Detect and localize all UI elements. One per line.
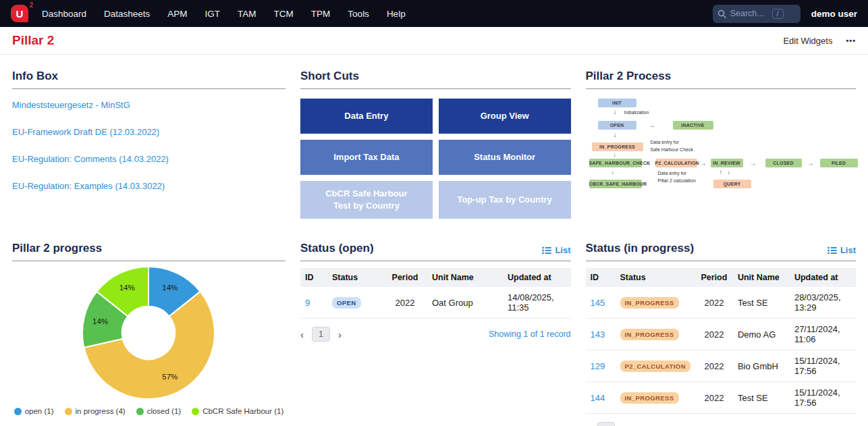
status-open-table: IDStatusPeriodUnit NameUpdated at9OPEN20… [300, 268, 571, 319]
legend-color-dot [136, 408, 144, 415]
process-widget: Pillar 2 Process INIT Initialization OPE… [586, 63, 857, 219]
search-icon [717, 9, 726, 18]
arrow-right-icon [700, 160, 707, 167]
column-header: Updated at [503, 268, 571, 287]
status-in-progress-list-link[interactable]: List [828, 245, 856, 255]
legend-item[interactable]: closed (1) [136, 407, 182, 415]
nav-item-tpm[interactable]: TPM [311, 9, 331, 19]
shortcut-import-tax-data-button[interactable]: Import Tax Data [300, 140, 433, 175]
table-row: 144IN_PROGRESS2022Test SE15/11/2024, 17:… [586, 382, 857, 414]
nav-item-tools[interactable]: Tools [348, 9, 369, 19]
arrow-down-icon [614, 132, 617, 138]
status-badge: OPEN [332, 297, 361, 309]
legend-item[interactable]: open (1) [14, 407, 54, 415]
process-node-p2-calculation: P2_CALCULATION [655, 159, 697, 167]
info-link[interactable]: EU-Regulation: Comments (14.03.2022) [12, 154, 286, 164]
column-header: Period [383, 268, 427, 287]
status-in-progress-pagination: ‹ 1 › Showing 4 of 4 records [586, 422, 857, 426]
page-number-button[interactable]: 1 [312, 327, 330, 342]
legend-label: open (1) [25, 407, 54, 415]
next-page-button[interactable]: › [338, 329, 342, 340]
info-link[interactable]: Mindeststeuergesetz - MinStG [12, 100, 286, 110]
process-diagram: INIT Initialization OPEN INACTIVE IN_PRO… [586, 95, 857, 203]
nav-item-tcm[interactable]: TCM [274, 9, 294, 19]
shortcut-status-monitor-button[interactable]: Status Monitor [439, 140, 571, 175]
nav-item-help[interactable]: Help [387, 9, 406, 19]
page-title: Pillar 2 [12, 33, 54, 48]
record-count-label: Showing 1 of 1 record [489, 329, 571, 339]
legend-label: CbCR Safe Harbour (1) [202, 407, 283, 415]
process-node-inactive: INACTIVE [673, 121, 713, 130]
nav-item-datasheets[interactable]: Datasheets [104, 9, 150, 19]
nav-item-igt[interactable]: IGT [205, 9, 221, 19]
column-header: Status [327, 268, 383, 287]
table-row: 129P2_CALCULATION2022Bio GmbH15/11/2024,… [586, 350, 857, 382]
process-node-cbcr-safe-harbour: CBCR_SAFE_HARBOUR [589, 180, 642, 188]
app-logo[interactable]: U 2 [11, 5, 28, 22]
prev-page-button[interactable]: ‹ [300, 329, 304, 340]
arrow-up-icon [720, 169, 723, 176]
legend-item[interactable]: CbCR Safe Harbour (1) [192, 407, 283, 415]
legend-label: in progress (4) [76, 407, 126, 415]
status-badge: IN_PROGRESS [620, 297, 679, 309]
legend-color-dot [14, 408, 22, 415]
arrow-right-icon [649, 122, 655, 129]
table-row: 145IN_PROGRESS2022Test SE28/03/2025, 13:… [586, 287, 857, 319]
search-input[interactable] [730, 9, 768, 18]
process-note-initialization: Initialization [624, 109, 649, 117]
record-id-link[interactable]: 145 [591, 298, 605, 308]
more-options-button[interactable]: ••• [846, 36, 856, 45]
info-links: Mindeststeuergesetz - MinStG EU-Framewor… [12, 89, 286, 191]
status-in-progress-title: Status (in progress) [586, 242, 695, 255]
list-icon [828, 246, 837, 255]
status-open-pagination: ‹ 1 › Showing 1 of 1 record [300, 327, 571, 342]
user-menu[interactable]: demo user [811, 9, 857, 19]
info-link[interactable]: EU-Regulation: Examples (14.03.3022) [12, 181, 286, 191]
arrow-right-icon [750, 160, 757, 167]
arrow-down-icon [614, 109, 617, 115]
search-box[interactable]: / [713, 5, 801, 23]
record-id-link[interactable]: 129 [591, 361, 605, 371]
nav-item-dashboard[interactable]: Dashboard [42, 9, 86, 19]
logo-letter: U [16, 8, 24, 20]
shortcut-data-entry-button[interactable]: Data Entry [300, 99, 433, 134]
legend-color-dot [65, 408, 72, 415]
process-node-query: QUERY [713, 180, 751, 188]
status-badge: P2_CALCULATION [620, 361, 690, 372]
short-cuts-title: Short Cuts [300, 70, 359, 83]
record-id-link[interactable]: 143 [591, 329, 605, 340]
arrow-down-icon [612, 169, 615, 176]
process-node-filed: FILED [820, 159, 858, 167]
column-header: Updated at [790, 268, 856, 287]
legend-item[interactable]: in progress (4) [65, 407, 126, 415]
status-in-progress-widget: Status (in progress) List IDStatusPeriod… [586, 235, 857, 426]
shortcut-cbcr-safe-harbour-button[interactable]: CbCR Safe Harbour Test by Country [300, 181, 433, 219]
edit-widgets-button[interactable]: Edit Widgets [783, 36, 832, 46]
process-note-p2-calc: Data entry for Pillar 2 calculation [658, 170, 696, 184]
process-node-safe-harbour-check: SAFE_HARBOUR_CHECK [589, 159, 642, 167]
process-node-in-progress: IN_PROGRESS [592, 142, 643, 151]
status-open-title: Status (open) [300, 242, 374, 255]
table-row: 9OPEN2022Oat Group14/08/2025, 11:35 [300, 287, 571, 319]
record-id-link[interactable]: 144 [591, 393, 605, 403]
donut-chart: 14%57%14%14% [12, 261, 286, 406]
page-number-button[interactable]: 1 [597, 422, 616, 426]
nav-item-tam[interactable]: TAM [238, 9, 256, 19]
column-header: ID [586, 268, 616, 287]
status-open-list-link[interactable]: List [542, 245, 570, 255]
progress-chart-widget: Pillar 2 progress 14%57%14%14% open (1)i… [12, 235, 286, 426]
info-box-widget: Info Box Mindeststeuergesetz - MinStG EU… [12, 63, 286, 219]
shortcut-top-up-tax-button[interactable]: Top-up Tax by Country [439, 181, 571, 219]
nav-item-apm[interactable]: APM [167, 9, 187, 19]
process-note-safe-harbour: Data entry for Safe Harbour Check [651, 139, 693, 153]
segment-percent-label: 57% [162, 373, 178, 381]
shortcut-group-view-button[interactable]: Group View [439, 99, 571, 134]
record-id-link[interactable]: 9 [305, 298, 310, 308]
nav-menu: Dashboard Datasheets APM IGT TAM TCM TPM… [42, 9, 406, 19]
column-header: ID [300, 268, 327, 287]
short-cuts-widget: Short Cuts Data Entry Group View Import … [300, 63, 571, 219]
arrow-right-icon [645, 160, 651, 167]
info-link[interactable]: EU-Framework Draft DE (12.03.2022) [12, 127, 286, 137]
page-header: Pillar 2 Edit Widgets ••• [0, 27, 868, 55]
legend-color-dot [192, 408, 199, 415]
